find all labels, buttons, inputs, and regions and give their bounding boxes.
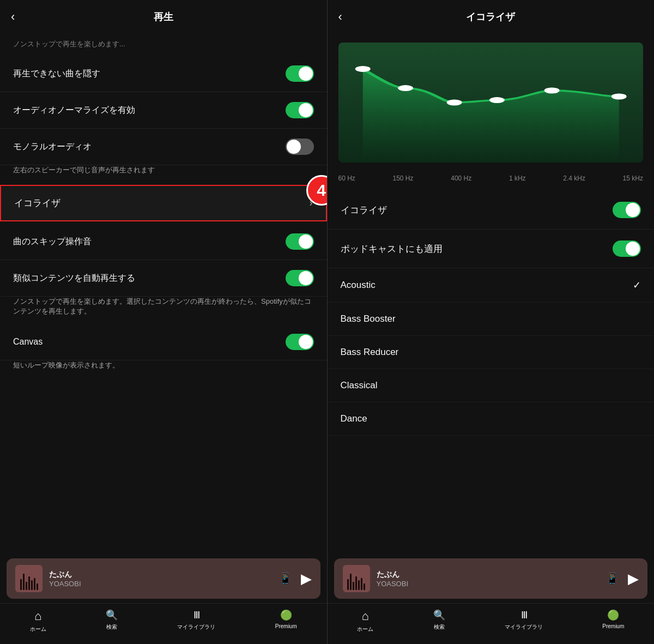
player-controls: 📱 ▶ [605,570,639,587]
eq-point-2 [398,85,413,91]
nav-item-search[interactable]: 🔍 検索 [106,609,118,633]
nav-item-premium[interactable]: 🟢 Premium [275,609,297,633]
preset-bass-reducer[interactable]: Bass Reducer [328,336,655,369]
connect-devices-icon[interactable]: 📱 [605,572,619,585]
eq-toggle-label: イコライザ [341,204,387,216]
toggle-skip-sound[interactable] [286,233,314,250]
setting-hide-unplayable[interactable]: 再生できない曲を隠す [0,56,327,92]
toggle-podcast[interactable] [613,240,641,257]
left-back-button[interactable]: ‹ [11,10,15,24]
equalizer-graph [338,43,644,162]
preset-acoustic-label: Acoustic [341,280,376,291]
player-title: たぶん [377,570,600,580]
setting-canvas-label: Canvas [13,337,43,347]
nav-library-label: マイライブラリ [505,623,543,631]
search-icon: 🔍 [106,609,118,621]
preset-bass-booster[interactable]: Bass Booster [328,303,655,336]
nav-premium-label: Premium [602,623,624,629]
nav-item-home[interactable]: ⌂ ホーム [30,609,46,633]
toggle-canvas[interactable] [286,334,314,350]
setting-hide-unplayable-label: 再生できない曲を隠す [13,68,100,80]
toggle-hide-unplayable[interactable] [286,65,314,82]
album-art [347,574,365,592]
right-panel: ‹ イコライザ 60 Hz 150 Hz [328,0,655,644]
toggle-knob [626,203,640,217]
toggle-knob [287,140,301,154]
toggle-autoplay[interactable] [286,270,314,286]
player-artist: YOASOBI [49,580,272,588]
preset-dance-label: Dance [341,413,367,424]
toggle-mono-audio[interactable] [286,139,314,155]
right-page-title: イコライザ [466,10,515,23]
setting-canvas[interactable]: Canvas [0,324,327,360]
nav-home-label: ホーム [30,625,46,633]
setting-autoplay-label: 類似コンテンツを自動再生する [13,273,135,284]
setting-skip-sound[interactable]: 曲のスキップ操作音 [0,224,327,260]
player-thumbnail [343,565,370,592]
player-info: たぶん YOASOBI [49,570,272,588]
search-icon: 🔍 [433,609,445,621]
toggle-equalizer[interactable] [613,202,641,218]
toggle-audio-normalize[interactable] [286,102,314,118]
preset-bass-reducer-label: Bass Reducer [341,347,399,358]
setting-mono-audio-label: モノラルオーディオ [13,141,92,153]
nav-item-library[interactable]: Ⅲ マイライブラリ [177,609,215,633]
eq-point-6 [611,94,626,100]
left-settings-list: 再生できない曲を隠す オーディオノーマライズを有効 モノラルオーディオ 左右のス… [0,56,327,554]
player-thumbnail [15,565,43,592]
player-artist: YOASOBI [377,580,600,588]
selected-checkmark: ✓ [633,279,641,291]
preset-dance[interactable]: Dance [328,402,655,436]
eq-point-3 [446,100,462,106]
right-header: ‹ イコライザ [328,0,655,34]
eq-frequency-labels: 60 Hz 150 Hz 400 Hz 1 kHz 2.4 kHz 15 kHz [328,171,655,191]
nav-home-label: ホーム [357,625,373,633]
nav-item-home[interactable]: ⌂ ホーム [357,609,373,633]
canvas-desc: 短いループ映像が表示されます。 [0,360,327,378]
equalizer-label: イコライザ [14,197,60,209]
mono-audio-desc: 左右のスピーカーで同じ音声が再生されます [0,165,327,183]
freq-label-400hz: 400 Hz [451,174,471,182]
eq-point-4 [489,97,504,103]
preset-acoustic[interactable]: Acoustic ✓ [328,268,655,303]
nav-search-label: 検索 [434,623,445,631]
equalizer-row[interactable]: イコライザ › [0,185,327,221]
setting-audio-normalize[interactable]: オーディオノーマライズを有効 [0,92,327,129]
play-button[interactable]: ▶ [628,570,639,587]
home-icon: ⌂ [362,609,369,623]
equalizer-row-wrapper: イコライザ › 4 [0,185,327,221]
setting-mono-audio[interactable]: モノラルオーディオ [0,129,327,165]
right-back-button[interactable]: ‹ [338,10,342,24]
left-bottom-player[interactable]: たぶん YOASOBI 📱 ▶ [7,558,320,599]
album-art [20,574,38,592]
nav-premium-label: Premium [275,623,297,629]
left-bottom-nav: ⌂ ホーム 🔍 検索 Ⅲ マイライブラリ 🟢 Premium [0,603,327,644]
eq-point-5 [544,88,559,94]
preset-classical-label: Classical [341,380,378,391]
right-bottom-player[interactable]: たぶん YOASOBI 📱 ▶ [334,558,648,599]
toggle-knob [299,67,313,81]
play-button[interactable]: ▶ [301,570,312,587]
library-icon: Ⅲ [193,609,199,621]
freq-label-1khz: 1 kHz [509,174,526,182]
player-title: たぶん [49,570,272,580]
setting-eq-toggle[interactable]: イコライザ [328,191,655,230]
setting-podcast-apply[interactable]: ポッドキャストにも適用 [328,230,655,268]
freq-label-2-4khz: 2.4 kHz [563,174,585,182]
nav-library-label: マイライブラリ [177,623,215,631]
preset-classical[interactable]: Classical [328,369,655,402]
premium-icon: 🟢 [607,609,619,621]
nav-item-search[interactable]: 🔍 検索 [433,609,445,633]
eq-graph-fill [362,69,619,162]
nav-item-premium[interactable]: 🟢 Premium [602,609,624,633]
toggle-knob [626,242,640,256]
eq-point-1 [355,66,370,72]
left-page-title: 再生 [154,10,173,23]
setting-autoplay[interactable]: 類似コンテンツを自動再生する [0,260,327,297]
home-icon: ⌂ [34,609,41,623]
right-settings-list: イコライザ ポッドキャストにも適用 Acoustic ✓ Bass Booste… [328,191,655,554]
freq-label-60hz: 60 Hz [338,174,355,182]
toggle-knob [299,103,313,117]
connect-devices-icon[interactable]: 📱 [278,572,292,585]
nav-item-library[interactable]: Ⅲ マイライブラリ [505,609,543,633]
